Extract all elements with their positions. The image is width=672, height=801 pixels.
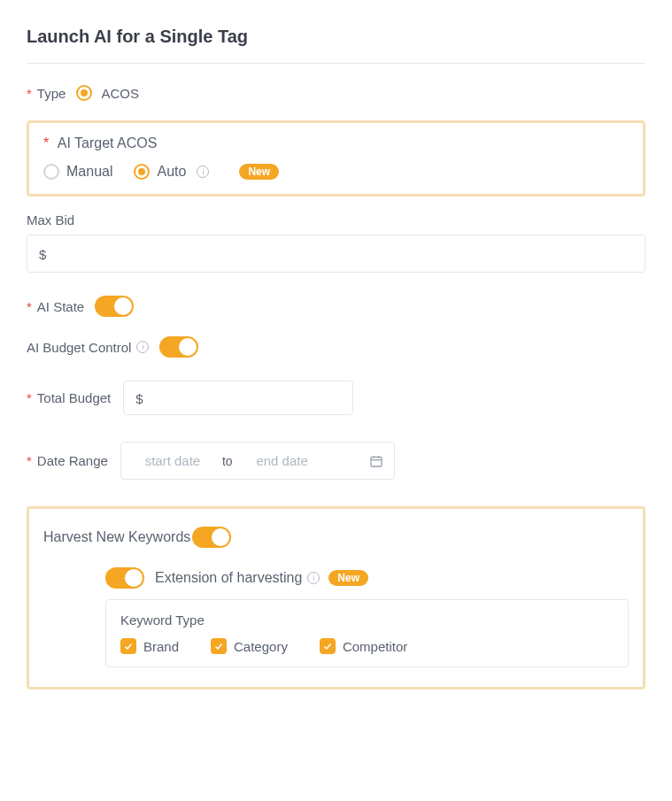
check-icon <box>120 638 136 654</box>
radio-circle-icon <box>134 164 150 180</box>
harvest-section: Harvest New Keywords Extension of harves… <box>27 506 645 689</box>
date-range-label: Date Range <box>37 453 108 468</box>
checkbox-brand[interactable]: Brand <box>120 638 179 654</box>
required-marker: * <box>43 135 49 150</box>
total-budget-label: Total Budget <box>37 390 111 405</box>
checkbox-brand-label: Brand <box>143 639 179 654</box>
info-icon[interactable]: i <box>197 166 209 178</box>
ai-budget-control-toggle[interactable] <box>159 336 198 358</box>
required-marker: * <box>27 453 32 468</box>
radio-auto[interactable]: Auto i <box>134 164 209 180</box>
ai-state-toggle[interactable] <box>95 296 134 317</box>
field-type: * Type ACOS <box>27 85 645 101</box>
new-badge: New <box>328 570 368 586</box>
checkbox-category[interactable]: Category <box>211 638 288 654</box>
check-icon <box>320 638 336 654</box>
start-date-input[interactable] <box>128 446 217 475</box>
keyword-type-card: Keyword Type Brand Category <box>105 599 629 667</box>
type-label: Type <box>37 86 66 101</box>
total-budget-input[interactable] <box>123 381 353 415</box>
date-range-picker[interactable]: to <box>120 442 395 480</box>
page-title: Launch AI for a Single Tag <box>27 27 645 47</box>
checkbox-competitor[interactable]: Competitor <box>320 638 407 654</box>
check-icon <box>211 638 227 654</box>
currency-symbol: $ <box>39 246 46 261</box>
keyword-type-label: Keyword Type <box>120 612 614 628</box>
type-radio-acos[interactable] <box>76 85 92 101</box>
svg-rect-0 <box>371 457 382 466</box>
field-max-bid: Max Bid $ <box>27 212 645 273</box>
extension-label: Extension of harvesting <box>155 570 302 586</box>
ai-target-acos-label: AI Target ACOS <box>58 135 158 150</box>
radio-circle-icon <box>43 164 59 180</box>
extension-toggle[interactable] <box>105 567 144 589</box>
ai-state-label: AI State <box>37 299 84 314</box>
divider <box>27 63 645 64</box>
harvest-toggle[interactable] <box>192 527 231 548</box>
max-bid-label: Max Bid <box>27 212 74 227</box>
field-total-budget: * Total Budget $ <box>27 381 645 415</box>
field-date-range: * Date Range to <box>27 442 645 480</box>
date-separator: to <box>217 454 238 468</box>
harvest-label: Harvest New Keywords <box>43 529 190 545</box>
checkbox-competitor-label: Competitor <box>343 639 407 654</box>
info-icon[interactable]: i <box>307 572 320 584</box>
checkbox-category-label: Category <box>234 639 288 654</box>
required-marker: * <box>27 299 32 314</box>
new-badge: New <box>239 164 279 180</box>
calendar-icon <box>369 454 383 468</box>
max-bid-input[interactable] <box>27 235 645 273</box>
end-date-input[interactable] <box>238 446 327 475</box>
info-icon[interactable]: i <box>136 341 149 353</box>
field-ai-budget-control: AI Budget Control i <box>27 336 645 358</box>
ai-target-acos-section: * AI Target ACOS Manual Auto i New <box>27 120 645 196</box>
field-ai-state: * AI State <box>27 296 645 317</box>
type-option-acos: ACOS <box>101 86 139 101</box>
required-marker: * <box>27 390 32 405</box>
radio-manual[interactable]: Manual <box>43 164 112 180</box>
radio-auto-label: Auto <box>157 164 186 180</box>
radio-manual-label: Manual <box>66 164 112 180</box>
currency-symbol: $ <box>135 390 143 405</box>
ai-budget-control-label: AI Budget Control <box>27 340 131 355</box>
required-marker: * <box>27 86 32 101</box>
